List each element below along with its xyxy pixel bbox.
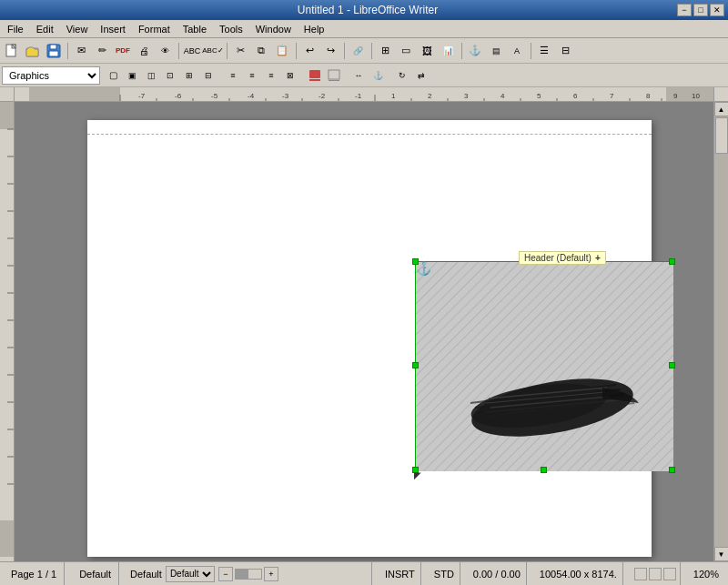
zoom-slider-area[interactable]: Default Default − + [130,566,368,582]
print-button[interactable]: 🖨 [134,41,154,61]
menu-format[interactable]: Format [133,22,176,36]
zoom-select[interactable]: Default [166,566,215,582]
menu-tools[interactable]: Tools [214,22,248,36]
svg-text:1: 1 [391,92,396,100]
tb2-b1[interactable]: ▣ [123,66,141,85]
edit-button[interactable]: ✏ [92,41,112,61]
sep7 [459,41,464,61]
tb2-pos[interactable]: ↔ [349,66,368,85]
menu-window[interactable]: Window [250,22,297,36]
svg-rect-6 [309,70,320,78]
tb2-b4[interactable]: ⊞ [180,66,198,85]
document-area[interactable]: ⚓ [15,102,713,561]
sidebar-button[interactable]: ⊟ [555,41,575,61]
anchor-button[interactable]: ⚓ [465,41,485,61]
style-dropdown[interactable]: Graphics [2,66,100,85]
handle-mid-right[interactable] [669,362,675,368]
status-icon1[interactable] [634,568,647,580]
email-button[interactable]: ✉ [71,41,91,61]
status-std: STD [429,562,460,585]
handle-bot-mid[interactable] [541,467,547,473]
tb2-b2[interactable]: ◫ [142,66,160,85]
zoom-bar[interactable] [235,569,262,580]
open-button[interactable] [23,41,43,61]
graphic-object[interactable] [415,261,672,470]
status-bar: Page 1 / 1 Default Default Default − + I… [0,561,728,585]
svg-text:-2: -2 [318,92,326,100]
anchor-icon: ⚓ [416,261,431,276]
zoom-label[interactable]: Default [130,569,162,580]
tb2-color[interactable] [306,66,324,85]
fontwork-button[interactable]: A [507,41,527,61]
resize-corner-icon: ◤ [414,470,421,480]
tb2-b6[interactable]: ⊠ [281,66,299,85]
svg-text:-1: -1 [355,92,362,100]
graphic-svg [416,262,673,471]
menu-insert[interactable]: Insert [95,22,131,36]
tb2-select[interactable]: ▢ [104,66,122,85]
navigator-button[interactable]: ☰ [534,41,554,61]
frame-button[interactable]: ▭ [396,41,416,61]
image-button[interactable]: 🖼 [417,41,437,61]
maximize-button[interactable]: □ [693,4,708,16]
close-button[interactable]: ✕ [710,4,724,16]
menu-bar: File Edit View Insert Format Table Tools… [0,20,728,38]
handle-mid-left[interactable] [412,362,419,368]
scroll-thumb-v[interactable] [715,117,728,154]
menu-table[interactable]: Table [177,22,212,36]
svg-rect-49 [0,520,15,557]
sep2 [176,41,181,61]
copy-button[interactable]: ⧉ [251,41,271,61]
zoom-decrease-btn[interactable]: − [218,567,233,581]
spell-button[interactable]: ABC [182,41,202,61]
vertical-ruler [0,102,15,561]
tb2-flip[interactable]: ⇄ [412,66,430,85]
tb2-wrap3[interactable]: ≡ [262,66,280,85]
sep8 [528,41,533,61]
menu-help[interactable]: Help [298,22,330,36]
redo-button[interactable]: ↪ [320,41,340,61]
tb2-anchor[interactable]: ⚓ [369,66,387,85]
tb2-b5[interactable]: ⊟ [199,66,217,85]
handle-top-right[interactable] [669,258,675,265]
tb2-wrap1[interactable]: ≡ [224,66,242,85]
autocorrect-button[interactable]: ABC✓ [203,41,223,61]
status-position: 0.00 / 0.00 [468,562,527,585]
pdf-button[interactable]: PDF [113,41,133,61]
tb2-rotate[interactable]: ↻ [393,66,411,85]
svg-text:-7: -7 [138,92,146,100]
svg-rect-4 [50,45,56,49]
chart-button[interactable]: 📊 [438,41,458,61]
menu-edit[interactable]: Edit [31,22,59,36]
menu-view[interactable]: View [61,22,94,36]
undo-button[interactable]: ↩ [299,41,319,61]
handle-bot-right[interactable] [669,467,675,473]
hyperlink-button[interactable]: 🔗 [348,41,368,61]
svg-rect-47 [0,102,15,557]
vertical-scrollbar[interactable]: ▲ ▼ [713,102,728,561]
scroll-down-button[interactable]: ▼ [714,547,729,561]
sep3 [224,41,229,61]
save-button[interactable] [44,41,64,61]
scroll-up-button[interactable]: ▲ [714,102,729,116]
svg-text:9: 9 [673,92,678,100]
zoom-increase-btn[interactable]: + [264,567,278,581]
scroll-track-v[interactable] [714,116,728,547]
tb2-wrap2[interactable]: ≡ [243,66,261,85]
header-tooltip-plus[interactable]: + [595,253,601,263]
field-button[interactable]: ▤ [486,41,506,61]
preview-button[interactable]: 👁 [155,41,175,61]
status-icon2[interactable] [649,568,662,580]
menu-file[interactable]: File [2,22,29,36]
title-bar: Untitled 1 - LibreOffice Writer − □ ✕ [0,0,728,20]
title-bar-buttons[interactable]: − □ ✕ [677,4,724,16]
minimize-button[interactable]: − [677,4,692,16]
table-button[interactable]: ⊞ [375,41,395,61]
tb2-b3[interactable]: ⊡ [161,66,179,85]
paste-button[interactable]: 📋 [272,41,292,61]
header-tooltip: Header (Default) + [519,251,606,265]
new-button[interactable] [2,41,22,61]
status-icon3[interactable] [663,568,676,580]
cut-button[interactable]: ✂ [230,41,250,61]
tb2-border[interactable] [325,66,343,85]
